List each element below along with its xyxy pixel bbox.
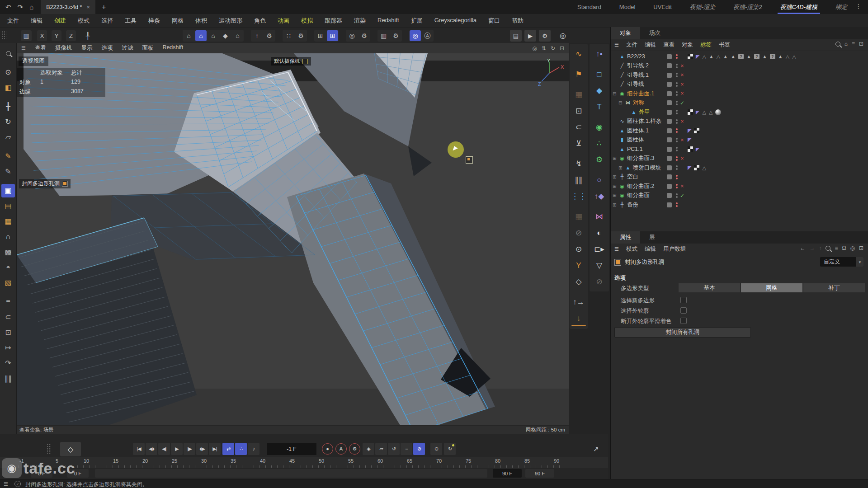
plane-cut-icon[interactable]: ⚑ <box>571 67 586 81</box>
object-row[interactable]: ⊟⋈对称✓ <box>611 99 868 108</box>
visibility-dots[interactable] <box>676 202 678 207</box>
object-name[interactable]: 引导线.2 <box>627 62 649 70</box>
uvw-tag-icon[interactable]: ◤ <box>688 128 691 134</box>
object-row[interactable]: ⊞╇空白 <box>611 173 868 182</box>
cloner-icon[interactable]: ∴ <box>592 136 607 150</box>
key-pla-toggle[interactable]: ⊘ <box>413 443 425 455</box>
next-frame-button[interactable]: |▶ <box>184 443 195 455</box>
quantize-icon[interactable]: ▥ <box>378 30 389 41</box>
record-keyframe-button[interactable]: ● <box>322 443 333 455</box>
bridge-tool-icon[interactable]: ∥∥ <box>1 372 15 385</box>
close-icon[interactable]: × <box>86 4 90 10</box>
menubar-item[interactable]: 模式 <box>78 17 90 25</box>
points-mode-icon[interactable]: ⌂ <box>183 30 194 41</box>
snap-settings-icon[interactable]: ⚙ <box>359 30 370 41</box>
tree-toggle-icon[interactable]: ⊞ <box>613 156 618 161</box>
attribute-menu-item[interactable]: 模式 <box>626 245 637 253</box>
attribute-tab[interactable]: 属性 <box>611 231 640 244</box>
texture-mode-icon[interactable]: ⌂ <box>232 30 243 41</box>
selection-tag-icon[interactable]: ▲ <box>778 54 783 59</box>
auto-mode-icon[interactable]: Ⓐ <box>422 30 433 41</box>
kebab-menu-icon[interactable]: ⋮ <box>855 3 862 10</box>
attribute-menu-hamburger-icon[interactable]: ☰ <box>614 246 619 252</box>
selection-tag-icon[interactable]: △ <box>792 54 796 60</box>
visibility-dots[interactable] <box>676 110 678 114</box>
checkbox[interactable] <box>680 297 687 303</box>
attr-target-icon[interactable]: ◎ <box>850 245 854 251</box>
attr-forward-icon[interactable]: → <box>809 245 815 251</box>
loop-cut-icon[interactable]: ≡ <box>1 295 15 309</box>
key-parameter-toggle[interactable]: ≡ <box>401 443 412 455</box>
attr-back-icon[interactable]: ← <box>800 245 805 251</box>
grid-dim-icon[interactable]: ▦ <box>571 210 586 224</box>
loop-toggle[interactable]: ⇄ <box>222 443 234 455</box>
object-name[interactable]: 细分曲面.2 <box>627 183 654 190</box>
toolbar-drag-handle[interactable] <box>2 30 6 40</box>
reset-axis-icon[interactable]: ↑→ <box>571 295 586 309</box>
object-manager-tab[interactable]: 对象 <box>611 27 640 39</box>
select-frame-icon[interactable]: ⊡ <box>571 104 586 118</box>
menubar-item[interactable]: 选择 <box>101 17 113 25</box>
vp-swap-icon[interactable]: ⇅ <box>542 46 546 51</box>
object-manager-menu-item[interactable]: 查看 <box>663 41 675 49</box>
texture-tag-icon[interactable] <box>688 146 693 152</box>
autokey-ring-toggle[interactable]: ↻ <box>444 443 456 455</box>
smooth-shift-icon[interactable]: ⊂ <box>1 310 15 324</box>
visibility-dots[interactable] <box>676 128 678 133</box>
object-name[interactable]: PC1.1 <box>627 146 643 152</box>
vp-maximize-icon[interactable]: ⊡ <box>560 46 564 51</box>
enable-state-icon[interactable]: × <box>678 137 687 143</box>
center-axis-icon[interactable]: ◇ <box>571 275 586 289</box>
attribute-menu-item[interactable]: 用户数据 <box>663 245 686 253</box>
layer-color-square[interactable] <box>667 128 672 133</box>
menubar-item[interactable]: 窗口 <box>488 17 500 25</box>
visibility-filter-icon[interactable]: ⊙ <box>571 242 586 256</box>
zoom-tool-icon[interactable] <box>1 47 15 60</box>
sound-toggle[interactable]: ♪ <box>248 443 259 455</box>
new-tab-button[interactable]: + <box>102 3 106 11</box>
workplane-icon[interactable]: ▥ <box>21 30 32 41</box>
document-tab[interactable]: B2223-3.c4d * × <box>41 0 95 14</box>
menubar-item[interactable]: 渲染 <box>354 17 366 25</box>
range-start-field[interactable]: 0 F <box>31 469 52 478</box>
interactive-render-icon[interactable]: ◎ <box>557 30 569 42</box>
range-scrollbar[interactable] <box>95 469 487 478</box>
visibility-dots[interactable] <box>676 165 678 170</box>
menubar-item[interactable]: 创建 <box>54 17 66 25</box>
split-y-icon[interactable]: Υ <box>571 258 586 272</box>
object-name[interactable]: 引导线 <box>627 80 644 88</box>
viewport-menu-item[interactable]: 显示 <box>81 44 92 52</box>
object-name[interactable]: 圆柱体 <box>627 136 644 144</box>
viewport-canvas[interactable]: 透视视图 选取对象总计对象1129边缘3087 默认摄像机 封闭多边形孔洞 Y … <box>17 53 569 426</box>
magnet-icon[interactable]: ↷ <box>1 357 15 370</box>
object-row[interactable]: ⊞◉细分曲面✓ <box>611 191 868 201</box>
layer-color-square[interactable] <box>667 147 672 152</box>
workplane-b-icon[interactable]: ⊞ <box>327 30 338 41</box>
layer-color-square[interactable] <box>667 82 672 87</box>
layer-color-square[interactable] <box>667 137 672 142</box>
autokey-button[interactable]: A <box>335 443 347 455</box>
object-row[interactable]: ⊞╇备份 <box>611 200 868 210</box>
enable-axis-icon[interactable]: ↑ <box>251 30 263 41</box>
selection-tag-icon[interactable]: △ <box>702 165 706 171</box>
text-primitive-icon[interactable]: T <box>592 100 607 114</box>
selection-tag-icon[interactable]: ▲ <box>762 54 767 59</box>
polygon-type-button[interactable]: 补丁 <box>803 283 865 292</box>
polygon-pen-icon[interactable]: ✎ <box>1 150 15 163</box>
object-row[interactable]: ▲圆柱体.1◤ <box>611 126 868 136</box>
tree-toggle-icon[interactable]: ⊞ <box>613 202 618 207</box>
quantize-settings-icon[interactable]: ⚙ <box>390 30 401 41</box>
menubar-item[interactable]: Redshift <box>377 17 399 25</box>
menubar-item[interactable]: 工具 <box>125 17 137 25</box>
workspace-tab[interactable]: UVEdit <box>652 0 672 14</box>
attr-up-icon[interactable]: ↑ <box>819 245 821 251</box>
bridge-arch-icon[interactable]: ∩ <box>1 230 15 244</box>
range-start2-field[interactable]: 0 F <box>67 469 89 478</box>
object-name[interactable]: 细分曲面.1 <box>627 90 654 98</box>
object-row[interactable]: ⊞▲喷射口模块◤△ <box>611 163 868 173</box>
object-row[interactable]: ⊟◉细分曲面.1× <box>611 89 868 99</box>
enable-state-icon[interactable]: × <box>678 72 687 78</box>
object-name[interactable]: 外甲 <box>639 108 650 116</box>
unknown-tag-icon[interactable]: ? <box>754 54 760 59</box>
play-mode-toggle[interactable]: ∴ <box>235 443 247 455</box>
